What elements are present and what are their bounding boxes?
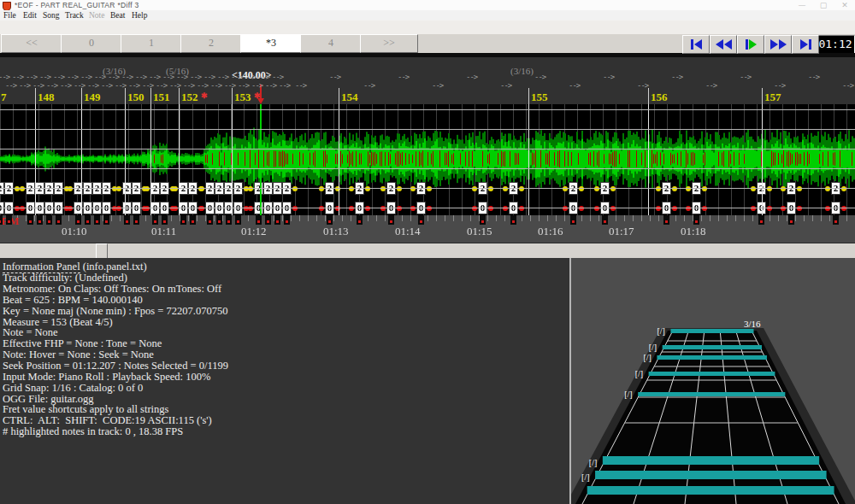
track-button-2[interactable]: 2 bbox=[180, 34, 242, 53]
measure-number[interactable]: 152 bbox=[181, 91, 198, 104]
note-position-tick bbox=[602, 215, 608, 225]
window-title: *EOF - PART REAL_GUITAR *Diff 3 bbox=[15, 1, 139, 9]
beat-arrow-icon: --> bbox=[671, 73, 682, 81]
play-icon bbox=[746, 39, 748, 50]
measure-number[interactable]: 148 bbox=[38, 91, 55, 104]
note-position-tick bbox=[190, 215, 196, 225]
tick-dot-icon bbox=[237, 220, 239, 223]
menu-item-beat[interactable]: Beat bbox=[110, 11, 125, 20]
track-button-0[interactable]: 0 bbox=[61, 34, 122, 53]
measure-number[interactable]: 7 bbox=[1, 91, 7, 104]
note-position-tick bbox=[37, 215, 43, 225]
forward-button[interactable] bbox=[764, 35, 792, 54]
measure-line bbox=[125, 104, 126, 215]
timeline-label: 01:10 bbox=[62, 225, 87, 238]
horizontal-scrollbar[interactable] bbox=[0, 243, 855, 258]
note-position-tick bbox=[152, 215, 158, 225]
beat-arrow-icon: --> bbox=[19, 81, 30, 90]
note-position-tick bbox=[85, 215, 91, 225]
tick-dot-icon bbox=[604, 220, 606, 223]
beat-arrow-icon: --> bbox=[39, 73, 50, 81]
rewind-start-button[interactable] bbox=[682, 35, 710, 54]
measure-number[interactable]: 150 bbox=[127, 91, 144, 104]
tick-dot-icon bbox=[328, 220, 331, 223]
rewind-button[interactable] bbox=[710, 35, 737, 54]
beat-marker-header[interactable]: <140.00> (3/16)(5/16)(3/16)-->-->-->-->-… bbox=[0, 57, 855, 104]
tick-dot-icon bbox=[276, 220, 279, 223]
measure-line bbox=[232, 104, 233, 215]
beat-arrow-icon: --> bbox=[12, 73, 23, 81]
string-line-6 bbox=[0, 208, 855, 208]
maximize-icon[interactable]: ▢ bbox=[815, 1, 832, 9]
tick-dot-icon bbox=[192, 220, 194, 223]
tick-dot-icon bbox=[182, 220, 185, 223]
beat-arrow-icon: --> bbox=[637, 81, 648, 90]
info-line: # highlighted notes in track: 0 , 18.38 … bbox=[3, 425, 183, 438]
track-button-4[interactable]: 4 bbox=[300, 34, 362, 53]
note-position-tick bbox=[663, 215, 669, 225]
close-icon[interactable]: ✕ bbox=[836, 1, 853, 9]
measure-number[interactable]: 156 bbox=[651, 91, 668, 104]
tick-dot-icon bbox=[135, 220, 138, 223]
tick-dot-icon bbox=[86, 220, 89, 223]
beat-arrow-icon: --> bbox=[53, 73, 64, 81]
play-button[interactable] bbox=[737, 35, 764, 54]
track-button-next[interactable]: >> bbox=[360, 34, 418, 53]
beat-arrow-icon: --> bbox=[156, 81, 167, 90]
slide-note-label: [/] bbox=[624, 390, 632, 399]
slide-note-label: [/] bbox=[643, 353, 651, 362]
track-button-3[interactable]: *3 bbox=[240, 34, 302, 53]
measure-number[interactable]: 157 bbox=[764, 91, 781, 104]
menu-item-song[interactable]: Song bbox=[43, 11, 60, 20]
track-button-1[interactable]: 1 bbox=[121, 34, 182, 53]
measure-line bbox=[339, 88, 339, 104]
measure-number[interactable]: 155 bbox=[531, 91, 548, 104]
preview-timesig-label: 3/16 bbox=[744, 319, 761, 329]
preview-note-bar bbox=[603, 456, 819, 465]
beat-arrow-icon: --> bbox=[245, 73, 256, 81]
beat-arrow-icon: --> bbox=[258, 73, 269, 81]
string-line-2 bbox=[0, 129, 855, 130]
minimize-icon[interactable]: — bbox=[793, 1, 811, 9]
preview-note-bar bbox=[649, 372, 775, 376]
seek-line[interactable] bbox=[260, 104, 262, 215]
tick-dot-icon bbox=[0, 220, 1, 223]
tick-dot-icon bbox=[218, 220, 221, 223]
beat-arrow-icon: --> bbox=[500, 81, 511, 90]
menu-item-track[interactable]: Track bbox=[65, 11, 84, 20]
measure-number[interactable]: 153 bbox=[234, 91, 251, 104]
measure-number[interactable]: 151 bbox=[153, 91, 170, 104]
track-button-prev[interactable]: << bbox=[1, 34, 62, 53]
beat-arrow-icon: --> bbox=[149, 73, 160, 81]
menu-item-file[interactable]: File bbox=[3, 11, 16, 20]
tick-dot-icon bbox=[790, 220, 793, 223]
menu-item-help[interactable]: Help bbox=[132, 11, 147, 20]
beat-arrow-icon: --> bbox=[210, 81, 221, 90]
string-line-1 bbox=[0, 109, 855, 110]
note-layer: 2200222200002222000022002200220022220000… bbox=[0, 104, 855, 215]
measure-number[interactable]: 149 bbox=[84, 91, 101, 104]
beat-arrow-icon: --> bbox=[26, 73, 37, 81]
menu-item-edit[interactable]: Edit bbox=[23, 11, 37, 20]
timeline[interactable]: PM 01:1001:1101:1201:1301:1401:1501:1601… bbox=[0, 215, 855, 243]
preview-note-bar bbox=[663, 345, 762, 349]
menu-item-note[interactable]: Note bbox=[89, 11, 104, 20]
toolbar-gap bbox=[0, 21, 855, 34]
beat-arrow-icon: --> bbox=[135, 73, 146, 81]
forward-end-icon bbox=[800, 39, 808, 50]
measure-number[interactable]: 154 bbox=[341, 91, 358, 104]
forward-end-button[interactable] bbox=[792, 35, 819, 54]
rewind-icon bbox=[724, 39, 732, 50]
beat-arrow-icon: --> bbox=[740, 73, 751, 81]
note-position-tick bbox=[27, 215, 33, 225]
measure-line bbox=[762, 88, 763, 104]
piano-roll[interactable]: 2200222200002222000022002200220022220000… bbox=[0, 104, 855, 215]
note-position-tick bbox=[124, 215, 130, 225]
scrollbar-thumb[interactable] bbox=[96, 243, 108, 259]
beat-arrow-icon: --> bbox=[603, 73, 614, 81]
tick-dot-icon bbox=[77, 220, 80, 223]
beat-arrow-icon: --> bbox=[231, 73, 242, 81]
tick-dot-icon bbox=[834, 220, 837, 223]
tick-dot-icon bbox=[286, 220, 288, 223]
measure-line bbox=[150, 88, 151, 104]
